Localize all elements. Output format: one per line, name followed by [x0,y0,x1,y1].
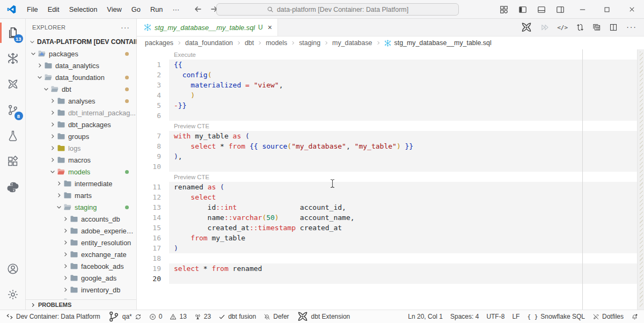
breadcrumb-models[interactable]: models [266,39,287,47]
status-cursor-position[interactable]: Ln 20, Col 1 [404,311,447,322]
activity-testing[interactable] [0,123,26,149]
tree-item-models[interactable]: models [26,166,136,178]
toggle-panel-icon[interactable] [537,5,546,14]
code-line-16[interactable]: 16 from my_table [137,233,644,243]
status-language-mode[interactable]: { }Snowflake SQL [523,311,589,322]
breadcrumb-packages[interactable]: packages [145,39,173,47]
breadcrumb-my-database[interactable]: my_database [332,39,372,47]
tree-item-dbt[interactable]: dbt [26,83,136,95]
code-line-6[interactable]: 6 [137,111,644,121]
menu-more[interactable]: ··· [167,3,184,16]
status-branch[interactable]: qa* [104,311,145,322]
menu-selection[interactable]: Selection [64,3,103,16]
tree-item-dbt-packages[interactable]: dbt_packages [26,119,136,130]
status-indentation[interactable]: Spaces: 4 [447,311,482,322]
code-line-19[interactable]: 19select * from renamed [137,263,644,274]
menu-go[interactable]: Go [127,3,145,16]
code-line-15[interactable]: 15 created_at::timestamp created_at [137,223,644,233]
activity-extensions[interactable] [0,149,26,174]
customize-layout-icon[interactable] [500,5,508,14]
activity-explorer[interactable]: 13 [0,20,26,46]
code-line-14[interactable]: 14 name::varchar(50) account_name, [137,212,644,223]
activity-python[interactable] [0,174,26,200]
preview-table-icon[interactable] [592,23,601,32]
code-line-8[interactable]: 8 select * from {{ source("my_database",… [137,141,644,151]
activity-settings[interactable] [0,282,26,307]
tree-item-data-analytics[interactable]: data_analytics [26,60,136,71]
explorer-more-actions[interactable]: ··· [121,23,130,32]
tree-item-dbt-internal-packag[interactable]: dbt_internal_packag... [26,107,136,119]
breadcrumb-staging[interactable]: staging [299,39,320,47]
code-line-20[interactable]: 20 [137,274,644,284]
menu-run[interactable]: Run [145,3,167,16]
tree-item-packages[interactable]: packages [26,48,136,60]
activity-accounts[interactable] [0,256,26,282]
codelens-preview-cte[interactable]: Preview CTE [137,121,644,131]
code-line-17[interactable]: 17) [137,243,644,253]
menu-edit[interactable]: Edit [43,3,64,16]
code-line-2[interactable]: 2 config( [137,70,644,80]
status-encoding[interactable]: UTF-8 [482,311,508,322]
dbt-icon[interactable] [521,21,532,33]
close-tab-icon[interactable]: × [268,24,272,31]
code-line-1[interactable]: 1{{ [137,60,644,70]
tree-item-staging[interactable]: staging [26,201,136,213]
code-line-9[interactable]: 9), [137,151,644,162]
tree-item-logs[interactable]: logs [26,142,136,154]
run-icon[interactable] [540,23,549,32]
code-line-3[interactable]: 3 materialized = "view", [137,80,644,90]
tree-item-my-database[interactable]: my_database [26,296,136,299]
command-center-search[interactable]: data-platform [Dev Container: Data Platf… [216,3,459,16]
tree-item-groups[interactable]: groups [26,130,136,142]
tree-item-inventory-db[interactable]: inventory_db [26,284,136,296]
tree-item-marts[interactable]: marts [26,189,136,201]
status-dbt-fusion[interactable]: dbt fusion [215,311,260,322]
code-line-7[interactable]: 7with my_table as ( [137,131,644,141]
tree-item-entity-resolution[interactable]: entity_resolution [26,237,136,248]
menu-file[interactable]: File [22,3,43,16]
status-notifications[interactable] [627,311,642,322]
status-errors[interactable]: 0 [145,311,166,322]
code-line-5[interactable]: 5-}} [137,100,644,111]
tree-item-facebook-ads[interactable]: facebook_ads [26,260,136,272]
codelens-execute[interactable]: Execute [137,49,644,60]
code-icon[interactable]: </> [557,25,568,31]
editor-scrollbar[interactable] [637,49,644,310]
tree-item-accounts-db[interactable]: accounts_db [26,213,136,225]
tree-item-intermediate[interactable]: intermediate [26,178,136,189]
code-line-11[interactable]: 11renamed as ( [137,182,644,192]
code-line-12[interactable]: 12 select [137,192,644,202]
code-line-10[interactable]: 10 [137,162,644,172]
toggle-primary-sidebar-icon[interactable] [518,5,527,14]
code-line-18[interactable]: 18 [137,253,644,263]
menu-view[interactable]: View [102,3,127,16]
activity-dbt[interactable] [0,71,26,97]
status-eol[interactable]: LF [508,311,523,322]
status-ports[interactable]: 23 [191,311,215,322]
codelens-preview-cte[interactable]: Preview CTE [137,172,644,182]
back-arrow-icon[interactable] [194,5,202,13]
code-editor[interactable]: Execute1{{2 config(3 materialized = "vie… [137,49,644,310]
workspace-root-row[interactable]: DATA-PLATFORM [DEV CONTAIN... [26,36,136,48]
tree-item-adobe-experience[interactable]: adobe_experience [26,225,136,237]
toggle-secondary-sidebar-icon[interactable] [556,5,565,14]
compare-icon[interactable] [576,23,584,32]
tree-item-exchange-rate[interactable]: exchange_rate [26,248,136,260]
more-icon[interactable]: ··· [626,25,636,31]
breadcrumb-dbt[interactable]: dbt [245,39,254,47]
tree-item-macros[interactable]: macros [26,154,136,166]
activity-source-control[interactable]: 8 [0,97,26,123]
split-editor-icon[interactable] [609,23,618,32]
close-window-button[interactable] [619,0,644,19]
tree-item-data-foundation[interactable]: data_foundation [26,71,136,83]
breadcrumb-data-foundation[interactable]: data_foundation [185,39,233,47]
status-dotfiles[interactable]: Dotfiles [589,311,627,322]
minimize-button[interactable] [570,0,595,19]
status-remote[interactable]: Dev Container: Data Platform [2,311,104,322]
status-defer[interactable]: Defer [260,311,292,322]
tab-stg-my-database-my-table[interactable]: stg_my_database__my_table.sql U × [137,19,278,36]
tree-item-analyses[interactable]: analyses [26,95,136,107]
problems-section-header[interactable]: PROBLEMS [26,299,136,310]
status-warnings[interactable]: 13 [166,311,190,322]
maximize-button[interactable] [595,0,619,19]
